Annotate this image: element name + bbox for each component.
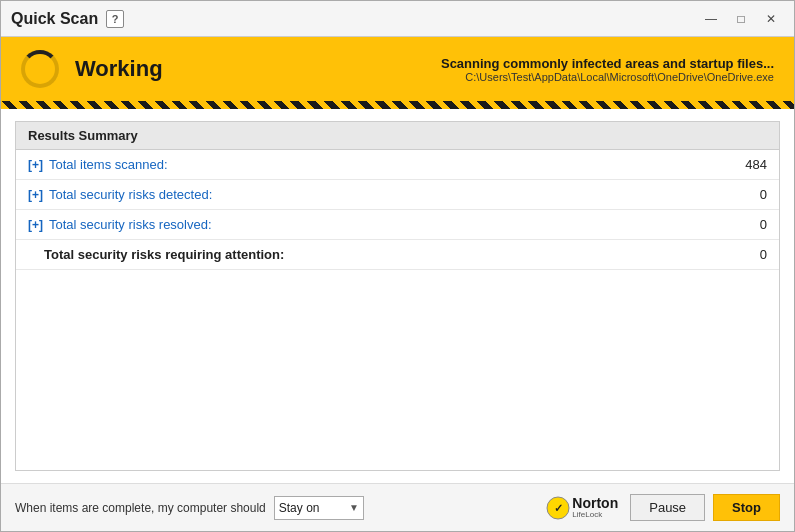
norton-subtext: LifeLock (572, 511, 618, 519)
footer-left: When items are complete, my computer sho… (15, 496, 546, 520)
expand-icon-1[interactable]: [+] (28, 158, 43, 172)
row-label-1: Total items scanned: (49, 157, 727, 172)
row-value-4: 0 (727, 247, 767, 262)
close-button[interactable]: ✕ (758, 9, 784, 29)
scan-info: Scanning commonly infected areas and sta… (319, 56, 774, 83)
completion-select-value: Stay on (279, 501, 345, 515)
scan-primary-text: Scanning commonly infected areas and sta… (319, 56, 774, 71)
minimize-button[interactable]: — (698, 9, 724, 29)
table-row: Total security risks requiring attention… (16, 240, 779, 270)
table-row: [+] Total security risks detected: 0 (16, 180, 779, 210)
stop-button[interactable]: Stop (713, 494, 780, 521)
results-header: Results Summary (16, 122, 779, 150)
completion-label: When items are complete, my computer sho… (15, 501, 266, 515)
quick-scan-window: Quick Scan ? — □ ✕ Working Scanning comm… (0, 0, 795, 532)
maximize-button[interactable]: □ (728, 9, 754, 29)
working-spinner (21, 50, 59, 88)
footer-buttons: Pause Stop (630, 494, 780, 521)
results-empty-area (16, 270, 779, 470)
results-panel: Results Summary [+] Total items scanned:… (15, 121, 780, 471)
title-bar: Quick Scan ? — □ ✕ (1, 1, 794, 37)
row-value-3: 0 (727, 217, 767, 232)
window-controls: — □ ✕ (698, 9, 784, 29)
chevron-down-icon: ▼ (349, 502, 359, 513)
window-title: Quick Scan (11, 10, 98, 28)
footer: When items are complete, my computer sho… (1, 483, 794, 531)
norton-brand-text: Norton (572, 496, 618, 511)
table-row: [+] Total items scanned: 484 (16, 150, 779, 180)
row-value-1: 484 (727, 157, 767, 172)
norton-checkmark-icon: ✓ (546, 496, 570, 520)
norton-logo-area: ✓ Norton LifeLock (546, 496, 618, 520)
row-value-2: 0 (727, 187, 767, 202)
pause-button[interactable]: Pause (630, 494, 705, 521)
main-content: Results Summary [+] Total items scanned:… (1, 109, 794, 483)
title-bar-text: Quick Scan ? (11, 10, 698, 28)
table-row: [+] Total security risks resolved: 0 (16, 210, 779, 240)
help-button[interactable]: ? (106, 10, 124, 28)
expand-icon-3[interactable]: [+] (28, 218, 43, 232)
row-label-4: Total security risks requiring attention… (44, 247, 727, 262)
hatch-divider (1, 101, 794, 109)
norton-brand: Norton LifeLock (572, 496, 618, 519)
expand-icon-2[interactable]: [+] (28, 188, 43, 202)
completion-select[interactable]: Stay on ▼ (274, 496, 364, 520)
working-label: Working (75, 56, 303, 82)
row-label-3: Total security risks resolved: (49, 217, 727, 232)
svg-text:✓: ✓ (554, 502, 563, 514)
status-bar: Working Scanning commonly infected areas… (1, 37, 794, 101)
row-label-2: Total security risks detected: (49, 187, 727, 202)
scan-secondary-text: C:\Users\Test\AppData\Local\Microsoft\On… (319, 71, 774, 83)
